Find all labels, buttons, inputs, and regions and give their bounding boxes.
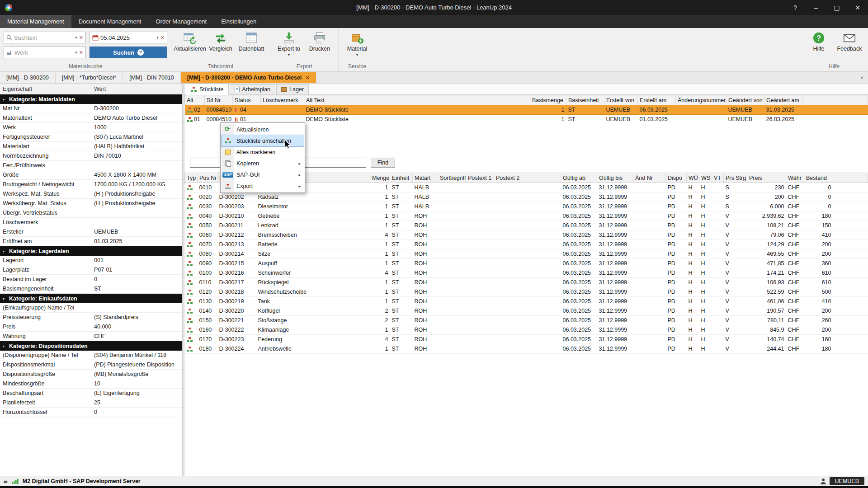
- column-header[interactable]: Währ: [786, 173, 804, 183]
- property-row[interactable]: Kategorie: Dispositionsdaten: [0, 341, 182, 351]
- property-row[interactable]: Normbezeichnung DIN 70010: [0, 151, 182, 161]
- column-header[interactable]: Wert: [91, 84, 182, 94]
- property-row[interactable]: Preissteuerung (S) Standardpreis: [0, 313, 182, 322]
- column-header[interactable]: Erstellt am: [638, 95, 676, 105]
- column-header[interactable]: Gültig bis: [597, 173, 633, 183]
- column-header[interactable]: Alt Text: [304, 95, 530, 105]
- clear-search-icon[interactable]: ✕: [79, 35, 83, 41]
- bom-item-row[interactable]: 0050 D-300211 Lenkrad 1 ST ROH 06.03.202…: [185, 221, 868, 230]
- menu-tab[interactable]: Document Management: [71, 15, 149, 28]
- property-row[interactable]: Währung CHF: [0, 332, 182, 341]
- column-header[interactable]: Stl Nr: [205, 95, 233, 105]
- chevron-down-icon[interactable]: ▾: [75, 35, 77, 40]
- minimize-button[interactable]: –: [806, 0, 826, 15]
- bom-item-row[interactable]: 0090 D-300215 Auspuff 1 ST ROH 06.03.202…: [185, 259, 868, 268]
- context-menu-item[interactable]: SAP-GUI ▸: [222, 169, 304, 180]
- detail-tab[interactable]: Arbeitsplan: [230, 84, 276, 94]
- column-header[interactable]: Änderungsnummer: [676, 95, 726, 105]
- hilfe-button[interactable]: ? Hilfe: [804, 29, 834, 52]
- column-header[interactable]: Löschvermerk: [261, 95, 304, 105]
- column-header[interactable]: Sortbegriff: [438, 173, 466, 183]
- column-header[interactable]: Matart: [413, 173, 438, 183]
- property-row[interactable]: Lagerplatz P07-01: [0, 265, 182, 275]
- column-header[interactable]: Geändert von: [726, 95, 764, 105]
- menu-tab[interactable]: Order Management: [148, 15, 214, 28]
- property-row[interactable]: Kategorie: Lagerdaten: [0, 246, 182, 256]
- property-row[interactable]: Größe 4500 X 1800 X 1400 MM: [0, 170, 182, 180]
- user-area[interactable]: UEMUEB: [820, 477, 864, 485]
- tab-close-icon[interactable]: ✕: [305, 75, 310, 81]
- column-header[interactable]: WS: [699, 173, 712, 183]
- bom-item-row[interactable]: 0160 D-300222 Klimaanlage 1 ST ROH 06.03…: [185, 325, 868, 335]
- column-header[interactable]: Prs Strg: [724, 173, 747, 183]
- date-input[interactable]: [100, 34, 155, 41]
- property-row[interactable]: Preis 40.000: [0, 322, 182, 332]
- hamburger-menu-icon[interactable]: ≡: [4, 478, 8, 484]
- column-header[interactable]: Eigenschaft: [0, 84, 91, 94]
- property-row[interactable]: Dispositionsmerkmal (PD) Plangesteuerte …: [0, 360, 182, 370]
- find-button[interactable]: Find: [371, 158, 395, 168]
- detail-tab[interactable]: Stückliste: [186, 84, 229, 95]
- vergleich-button[interactable]: Vergleich: [206, 29, 236, 52]
- property-row[interactable]: Fertigungssteuerer (S07) Luca Martinel: [0, 132, 182, 142]
- property-row[interactable]: Kategorie: Materialdaten: [0, 94, 182, 104]
- feedback-button[interactable]: Feedback: [835, 29, 864, 52]
- tab-overflow-icon[interactable]: ˅: [856, 72, 868, 83]
- close-button[interactable]: ✕: [847, 0, 868, 15]
- property-row[interactable]: Basismengeneinheit ST: [0, 284, 182, 294]
- bom-item-row[interactable]: 0150 D-300221 Stoßstange 2 ST ROH 06.03.…: [185, 316, 868, 325]
- property-row[interactable]: Bestand im Lager 0: [0, 275, 182, 284]
- document-tab[interactable]: [MM] - DIN 70010: [123, 72, 181, 83]
- bom-item-row[interactable]: 0040 D-300210 Getriebe 1 ST ROH 06.03.20…: [185, 211, 868, 221]
- property-row[interactable]: Materialtext DEMO Auto Turbo Diesel: [0, 113, 182, 123]
- drucken-button[interactable]: Drucken: [305, 29, 335, 52]
- property-row[interactable]: (Disponentgruppe) Name / Tel (S04) Benja…: [0, 351, 182, 360]
- property-row[interactable]: Werk 1000: [0, 123, 182, 132]
- datenblatt-button[interactable]: Datenblatt: [236, 29, 266, 52]
- aktualisieren-button[interactable]: Aktualisieren: [175, 29, 205, 52]
- column-header[interactable]: Dispo: [666, 173, 687, 183]
- chevron-down-icon[interactable]: ▾: [75, 50, 77, 55]
- menu-tab[interactable]: Einstellungen: [214, 15, 264, 28]
- bom-item-row[interactable]: 0180 D-300224 Antriebswelle 1 ST ROH 06.…: [185, 344, 868, 354]
- bom-item-row[interactable]: 0060 D-300212 Bremsscheiben 4 ST ROH 06.…: [185, 230, 868, 240]
- column-header[interactable]: Menge: [370, 173, 390, 183]
- property-row[interactable]: Löschvermerk: [0, 218, 182, 227]
- property-row[interactable]: (Einkaufsgruppe) Name / Tel: [0, 303, 182, 313]
- bom-item-row[interactable]: 0120 D-300218 Windschutzscheibe 1 ST ROH…: [185, 287, 868, 297]
- column-header[interactable]: Postext 2: [494, 173, 561, 183]
- column-header[interactable]: Pos Nr: [198, 173, 217, 183]
- menu-tab[interactable]: Material Management: [0, 15, 71, 28]
- column-header[interactable]: Basismenge: [530, 95, 566, 105]
- bom-item-row[interactable]: 0140 D-300220 Kotflügel 2 ST ROH 06.03.2…: [185, 306, 868, 316]
- column-header[interactable]: Einheit: [390, 173, 413, 183]
- context-menu-item[interactable]: Aktualisieren: [222, 124, 304, 135]
- column-header[interactable]: WÜ: [687, 173, 699, 183]
- maximize-button[interactable]: ▢: [826, 0, 847, 15]
- context-menu-item[interactable]: Kopieren ▸: [222, 158, 304, 169]
- property-row[interactable]: Bruttogewicht / Nettogewicht 1700.000 KG…: [0, 180, 182, 189]
- property-row[interactable]: Kategorie: Einkaufsdaten: [0, 294, 182, 303]
- column-header[interactable]: Bestand: [804, 173, 833, 183]
- clear-werk-icon[interactable]: ✕: [79, 50, 83, 56]
- document-tab[interactable]: [MM] - *Turbo*Diesel*: [56, 72, 123, 83]
- context-menu-item[interactable]: Alles markieren: [222, 146, 304, 158]
- bom-item-row[interactable]: 0110 D-300217 Rückspiegel 1 ST ROH 06.03…: [185, 278, 868, 287]
- property-row[interactable]: Werkspez. Mat. Status (H ) Produktionsfr…: [0, 189, 182, 199]
- detail-tab[interactable]: Lager: [276, 84, 309, 94]
- clear-date-icon[interactable]: ✕: [160, 35, 165, 41]
- bom-item-row[interactable]: 0080 D-300214 Sitze 1 ST ROH 06.03.2025: [185, 249, 868, 259]
- property-row[interactable]: Dispositionslosgröße (MB) Monatslosgröße: [0, 370, 182, 379]
- property-row[interactable]: Horizontschlüssel 0: [0, 408, 182, 417]
- property-row[interactable]: Materialart (HALB) Halbfabrikat: [0, 142, 182, 151]
- column-header[interactable]: Änd Nr: [633, 173, 666, 183]
- property-row[interactable]: Lagerort 001: [0, 256, 182, 265]
- column-header[interactable]: VT: [712, 173, 724, 183]
- property-row[interactable]: Fert./Prüfhinweis: [0, 161, 182, 170]
- property-row[interactable]: Planlieferzeit 25: [0, 398, 182, 408]
- column-header[interactable]: Geändert am: [764, 95, 802, 105]
- bom-item-row[interactable]: 0170 D-300223 Federung 4 ST ROH 06.03.20…: [185, 335, 868, 344]
- document-tab[interactable]: [MM] - D-300200: [0, 72, 56, 83]
- property-row[interactable]: Werksübergr. Mat. Status (H ) Produktion…: [0, 199, 182, 208]
- werk-input[interactable]: [14, 49, 73, 56]
